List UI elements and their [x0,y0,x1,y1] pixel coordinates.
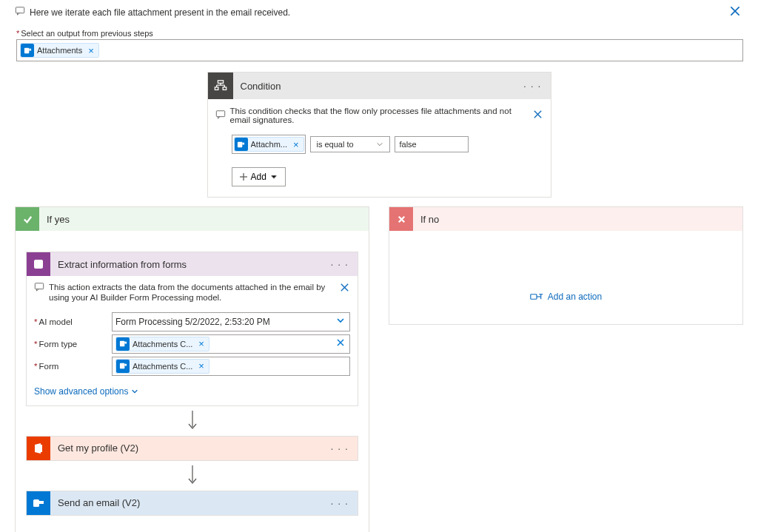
condition-operator-select[interactable]: is equal to [310,136,390,152]
if-yes-branch: If yes Extract information from forms · … [15,206,369,532]
svg-rect-3 [24,47,28,53]
extract-menu[interactable]: · · · [322,258,358,270]
x-icon [389,207,413,231]
ai-builder-icon [27,252,50,276]
token-remove-icon[interactable]: × [290,139,302,150]
svg-rect-20 [35,283,43,289]
form-input[interactable]: Attachments C... × [112,357,350,376]
svg-rect-32 [39,501,44,504]
form-label: *Form [34,362,112,371]
extract-title: Extract information from forms [50,259,322,270]
form-token[interactable]: Attachments C... × [115,359,209,374]
close-icon[interactable] [339,282,350,295]
form-type-label: *Form type [34,340,112,349]
token-remove-icon[interactable]: × [195,360,207,371]
extract-description: This action extracts the data from the d… [49,282,339,303]
condition-rule: Attachm... × is equal to false [232,135,527,154]
svg-rect-10 [215,87,218,90]
attachment-token[interactable]: Attachm... × [234,137,304,152]
svg-rect-19 [34,260,43,269]
if-no-branch: If no Add an action [389,206,743,325]
extract-action: Extract information from forms · · · Thi… [26,252,358,406]
comment-icon [215,110,226,122]
condition-description: This condition checks that the flow only… [230,107,532,124]
token-remove-icon[interactable]: × [85,45,97,56]
show-advanced-link[interactable]: Show advanced options [34,386,138,397]
outlook-icon [235,138,248,151]
get-profile-action[interactable]: Get my profile (V2) · · · [26,436,358,461]
loop-description: Here we iterate each file attachment pre… [30,7,290,18]
clear-icon[interactable] [336,338,345,349]
svg-rect-11 [223,87,227,90]
svg-rect-24 [124,342,127,344]
svg-rect-31 [33,499,39,507]
outlook-icon [116,360,130,373]
chevron-down-icon[interactable] [336,316,345,327]
condition-title: Condition [233,81,515,92]
email-menu[interactable]: · · · [322,497,358,509]
svg-rect-12 [216,110,224,116]
flow-arrow [26,411,358,431]
svg-rect-28 [124,364,127,366]
select-output-input[interactable]: Attachments × [16,39,743,61]
flow-arrow [26,465,358,486]
send-email-action[interactable]: Send an email (V2) · · · [26,491,358,516]
condition-menu[interactable]: · · · [514,80,550,92]
close-icon[interactable] [532,109,543,122]
chevron-down-icon [270,173,278,181]
profile-menu[interactable]: · · · [322,442,358,454]
send-email-title: Send an email (V2) [50,497,322,508]
svg-rect-23 [119,341,124,346]
condition-card: Condition · · · This condition checks th… [207,72,551,198]
form-type-token[interactable]: Attachments C... × [115,337,209,351]
add-action-button[interactable]: Add an action [400,292,732,302]
branch-yes-title: If yes [47,214,70,225]
condition-icon [208,73,233,99]
ai-model-select[interactable]: Form Processing 5/2/2022, 2:53:20 PM [112,312,350,331]
office-icon [27,437,50,460]
attachments-token[interactable]: Attachments × [20,43,99,58]
chevron-down-icon [376,141,383,148]
svg-rect-5 [218,81,223,84]
outlook-icon [21,44,34,57]
svg-rect-4 [29,48,31,50]
outlook-icon [27,491,50,515]
comment-icon [15,6,25,18]
outlook-icon [116,337,130,351]
condition-left-operand[interactable]: Attachm... × [232,135,306,154]
svg-rect-0 [16,7,24,13]
token-remove-icon[interactable]: × [195,338,207,349]
svg-rect-16 [242,142,244,144]
branch-no-title: If no [420,214,439,225]
add-action-icon [530,292,543,302]
svg-rect-35 [531,294,537,300]
ai-model-label: *AI model [34,317,112,326]
get-profile-title: Get my profile (V2) [50,442,322,454]
add-condition-button[interactable]: Add [232,167,286,186]
select-output-label: *Select an output from previous steps [16,29,758,38]
form-type-input[interactable]: Attachments C... × [112,334,350,354]
svg-rect-15 [238,141,242,147]
comment-icon [34,282,44,294]
close-icon[interactable] [728,4,742,20]
svg-rect-27 [119,363,124,368]
condition-value-input[interactable]: false [395,136,469,152]
check-icon [16,207,39,231]
